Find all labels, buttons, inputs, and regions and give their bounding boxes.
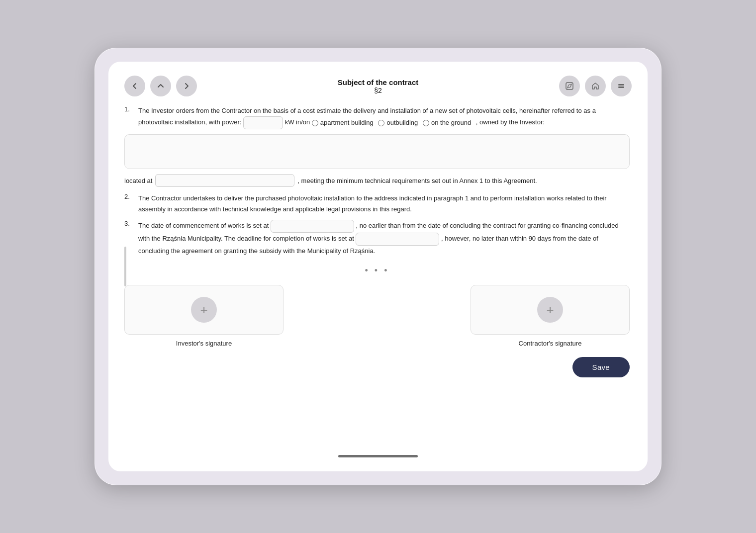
up-button[interactable] xyxy=(150,76,171,96)
located-input[interactable] xyxy=(155,174,294,187)
para-num-1: 1. xyxy=(124,105,134,129)
signature-area: + Investor's signature + Contractor's si… xyxy=(124,285,630,347)
para1-text-after-radios: , owned by the Investor: xyxy=(476,119,545,126)
save-row: Save xyxy=(124,357,630,377)
located-row: located at , meeting the minimum technic… xyxy=(124,174,630,187)
paragraph-1: 1. The Investor orders from the Contract… xyxy=(124,105,630,129)
scroll-indicator xyxy=(124,247,126,286)
power-input[interactable] xyxy=(243,116,283,129)
home-button[interactable] xyxy=(585,76,606,96)
main-content: 1. The Investor orders from the Contract… xyxy=(124,105,632,448)
kw-label: kW in/on xyxy=(285,119,310,126)
completion-date-input[interactable] xyxy=(356,233,439,246)
investor-signature-wrapper: + Investor's signature xyxy=(124,285,284,347)
commencement-date-input[interactable] xyxy=(271,220,354,233)
para-num-2: 2. xyxy=(124,193,134,215)
dots-separator: • • • xyxy=(124,266,630,276)
investor-signature-label: Investor's signature xyxy=(176,340,232,347)
forward-button[interactable] xyxy=(176,76,197,96)
radio-ground-input[interactable] xyxy=(423,120,429,126)
radio-ground[interactable]: on the ground xyxy=(423,117,471,128)
radio-apartment-input[interactable] xyxy=(312,120,318,126)
svg-rect-0 xyxy=(566,83,573,89)
para-text-2: The Contractor undertakes to deliver the… xyxy=(138,193,630,215)
contractor-signature-label: Contractor's signature xyxy=(519,340,582,347)
bottom-bar xyxy=(124,448,632,457)
menu-button[interactable] xyxy=(611,76,632,96)
nav-group xyxy=(124,76,197,96)
address-textarea[interactable] xyxy=(124,134,630,169)
paragraph-2: 2. The Contractor undertakes to deliver … xyxy=(124,193,630,215)
contractor-signature-add-button[interactable]: + xyxy=(537,297,563,323)
address-textarea-input[interactable] xyxy=(125,135,629,167)
back-button[interactable] xyxy=(124,76,145,96)
save-button[interactable]: Save xyxy=(572,357,630,377)
edit-button[interactable] xyxy=(559,76,580,96)
contractor-signature-box[interactable]: + xyxy=(471,285,630,335)
located-label: located at xyxy=(124,177,152,184)
radio-outbuilding-input[interactable] xyxy=(378,120,384,126)
investor-signature-box[interactable]: + xyxy=(124,285,284,335)
contractor-signature-wrapper: + Contractor's signature xyxy=(471,285,630,347)
radio-outbuilding[interactable]: outbuilding xyxy=(378,117,418,128)
para-text-1: The Investor orders from the Contractor … xyxy=(138,105,630,129)
page-title: Subject of the contract §2 xyxy=(197,78,559,94)
para3-text-before-date1: The date of commencement of works is set… xyxy=(138,222,269,230)
home-indicator xyxy=(338,455,418,457)
investor-signature-add-button[interactable]: + xyxy=(191,297,217,323)
para-text-3: The date of commencement of works is set… xyxy=(138,220,630,257)
action-group xyxy=(559,76,632,96)
top-bar: Subject of the contract §2 xyxy=(124,76,632,96)
paragraph-3: 3. The date of commencement of works is … xyxy=(124,220,630,257)
radio-apartment[interactable]: apartment building xyxy=(312,117,374,128)
located-suffix: , meeting the minimum technical requirem… xyxy=(297,177,537,184)
